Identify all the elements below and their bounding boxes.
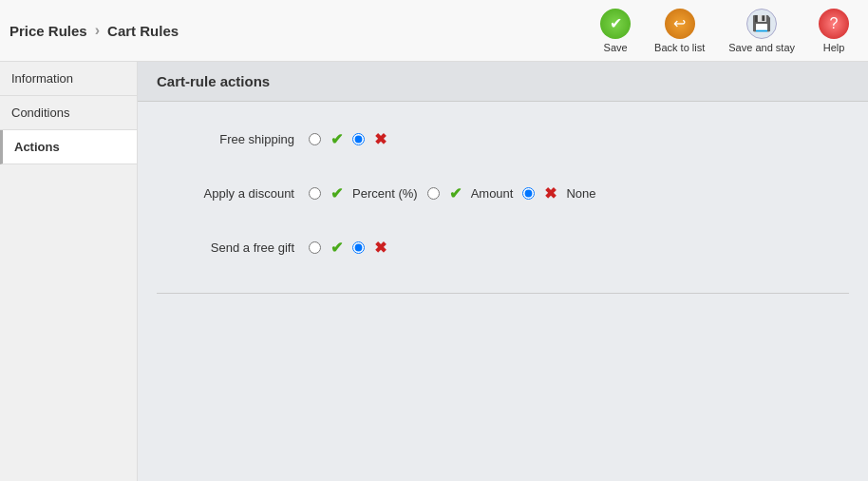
free-shipping-check-icon: ✔ [330,130,343,148]
apply-discount-percent-label: Percent (%) [352,186,418,201]
layout: Information Conditions Actions Cart-rule… [0,62,868,481]
sidebar: Information Conditions Actions [0,62,138,481]
sidebar-item-conditions[interactable]: Conditions [0,96,137,130]
sidebar-item-information[interactable]: Information [0,62,137,96]
page-title: Cart-rule actions [157,73,849,89]
free-shipping-radio-selected[interactable] [352,133,365,145]
save-stay-icon: 💾 [746,9,777,39]
breadcrumb-part2: Cart Rules [107,23,179,39]
send-gift-x-icon: ✖ [374,239,387,257]
apply-discount-row: Apply a discount ✔ Percent (%) ✔ Amount … [157,184,849,220]
help-button[interactable]: ? Help [809,4,859,58]
apply-discount-controls: ✔ Percent (%) ✔ Amount ✖ None [309,184,596,202]
send-gift-radio-empty[interactable] [309,241,321,254]
apply-discount-none-label: None [566,186,595,201]
back-to-list-button[interactable]: ↩ Back to list [645,4,714,58]
help-icon: ? [819,9,849,39]
save-icon: ✔ [600,9,631,39]
save-button[interactable]: ✔ Save [591,4,640,58]
help-label: Help [823,42,845,53]
free-shipping-radio-empty[interactable] [309,133,321,145]
free-shipping-label: Free shipping [157,132,309,146]
save-and-stay-button[interactable]: 💾 Save and stay [719,4,804,58]
sidebar-information-label: Information [11,71,73,86]
apply-discount-x-icon: ✖ [544,184,557,202]
send-free-gift-controls: ✔ ✖ [309,239,387,257]
send-free-gift-label: Send a free gift [157,240,309,255]
sidebar-item-actions[interactable]: Actions [0,130,137,164]
send-gift-radio-selected[interactable] [352,241,365,254]
apply-discount-amount-label: Amount [471,186,514,201]
apply-discount-amount-check-icon: ✔ [449,184,462,202]
sidebar-actions-label: Actions [14,140,60,154]
header: Price Rules › Cart Rules ✔ Save ↩ Back t… [0,0,868,62]
content-body: Free shipping ✔ ✖ Apply a discount ✔ Per… [138,102,868,481]
apply-discount-radio3[interactable] [522,187,535,200]
apply-discount-radio2[interactable] [427,187,440,200]
content-header: Cart-rule actions [138,62,868,102]
send-free-gift-row: Send a free gift ✔ ✖ [157,239,849,274]
back-icon: ↩ [665,9,695,39]
breadcrumb-part1: Price Rules [9,23,87,39]
back-label: Back to list [654,42,705,53]
toolbar: ✔ Save ↩ Back to list 💾 Save and stay ? … [591,4,859,58]
main-content: Cart-rule actions Free shipping ✔ ✖ Appl… [138,62,868,481]
send-gift-check-icon: ✔ [330,239,343,257]
sidebar-conditions-label: Conditions [11,106,69,120]
apply-discount-check-icon: ✔ [330,184,343,202]
apply-discount-radio1[interactable] [309,187,321,200]
breadcrumb-separator: › [95,22,100,39]
save-label: Save [604,42,628,53]
save-stay-label: Save and stay [728,42,795,53]
free-shipping-row: Free shipping ✔ ✖ [157,130,849,165]
free-shipping-x-icon: ✖ [374,130,387,148]
breadcrumb: Price Rules › Cart Rules [9,22,591,39]
section-divider [157,293,849,294]
apply-discount-label: Apply a discount [157,186,309,201]
free-shipping-controls: ✔ ✖ [309,130,387,148]
